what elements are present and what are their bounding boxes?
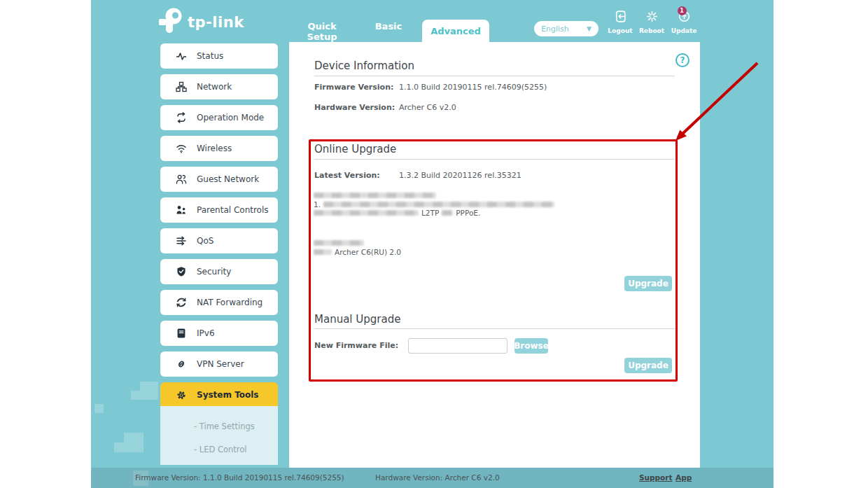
people-icon — [176, 174, 187, 185]
footer-support-link[interactable]: Support — [639, 473, 672, 482]
sidebar-item-label: System Tools — [197, 390, 259, 400]
chevron-down-icon: ▼ — [587, 25, 592, 32]
sidebar-item-label: Guest Network — [197, 174, 259, 184]
sidebar-item-label: Wireless — [197, 144, 232, 153]
sidebar-item-parental-controls[interactable]: Parental Controls — [160, 197, 278, 223]
decor-square — [124, 433, 144, 452]
update-label: Update — [671, 27, 697, 34]
sidebar-item-vpn-server[interactable]: VPN Server — [160, 351, 278, 377]
firmware-version-value: 1.1.0 Build 20190115 rel.74609(5255) — [399, 83, 547, 92]
sidebar-item-label: NAT Forwarding — [197, 298, 262, 307]
update-button[interactable]: 1 Update — [668, 10, 700, 34]
online-upgrade-title: Online Upgrade — [314, 143, 396, 155]
reboot-icon — [645, 10, 659, 26]
new-firmware-file-label: New Firmware File: — [314, 341, 398, 350]
pulse-icon — [176, 50, 187, 62]
language-value: English — [541, 25, 569, 34]
hardware-version-label: Hardware Version: — [314, 103, 395, 112]
section-divider — [314, 328, 675, 329]
decor-square — [140, 382, 158, 400]
sidebar-item-label: Status — [197, 51, 223, 61]
logo-text: tp-link — [188, 14, 244, 31]
system-tools-submenu: - Time Settings - LED Control — [160, 406, 278, 465]
sidebar-item-label: Network — [197, 82, 232, 92]
sidebar-item-qos[interactable]: QoS — [160, 228, 278, 253]
wifi-icon — [176, 143, 187, 154]
chain-link-icon — [176, 358, 187, 370]
sidebar-item-label: QoS — [197, 236, 214, 246]
manual-upgrade-button[interactable]: Upgrade — [624, 358, 672, 373]
sidebar-item-label: Operation Mode — [197, 113, 264, 123]
sidebar-item-label: Security — [197, 267, 231, 277]
cycle-arrows-icon — [176, 112, 187, 123]
circular-arrows-icon — [176, 297, 187, 308]
submenu-item-time-settings[interactable]: - Time Settings — [194, 421, 255, 431]
release-note-redacted-line: 1. — [314, 200, 554, 208]
sidebar-item-network[interactable]: Network — [160, 74, 278, 99]
footer-firmware-version: Firmware Version: 1.1.0 Build 20190115 r… — [135, 473, 344, 482]
footer-hardware-version: Hardware Version: Archer C6 v2.0 — [375, 473, 500, 482]
shield-icon — [176, 266, 187, 277]
footer-bar: Firmware Version: 1.1.0 Build 20190115 r… — [91, 468, 774, 488]
release-note-redacted-line: L2TPPPPoE. — [314, 209, 480, 216]
firmware-file-input[interactable] — [408, 338, 507, 354]
sidebar-item-wireless[interactable]: Wireless — [160, 136, 278, 161]
browse-button[interactable]: Browse — [514, 338, 548, 354]
sidebar-item-status[interactable]: Status — [160, 43, 278, 69]
language-select[interactable]: English ▼ — [534, 21, 598, 36]
reboot-label: Reboot — [639, 27, 664, 34]
parent-child-icon — [176, 204, 187, 216]
network-nodes-icon — [176, 81, 187, 92]
reboot-button[interactable]: Reboot — [636, 10, 668, 34]
hardware-version-value: Archer C6 v2.0 — [399, 103, 456, 112]
decor-square — [114, 442, 124, 452]
device-information-title: Device Information — [314, 60, 414, 72]
router-admin-window: tp-link Quick Setup Basic Advanced Engli… — [91, 0, 774, 488]
sidebar-item-nat-forwarding[interactable]: NAT Forwarding — [160, 290, 278, 315]
release-note-model-line: Archer C6(RU) 2.0 — [314, 248, 401, 256]
section-divider — [314, 76, 675, 76]
sidebar-item-guest-network[interactable]: Guest Network — [160, 167, 278, 192]
release-note-redacted-line — [314, 191, 436, 199]
decor-square — [131, 391, 140, 400]
sidebar-item-ipv6[interactable]: IPv6 — [160, 321, 278, 346]
sidebar-item-system-tools[interactable]: System Tools — [160, 382, 278, 407]
online-upgrade-button[interactable]: Upgrade — [624, 276, 672, 291]
footer-app-link[interactable]: App — [676, 473, 692, 482]
logout-button[interactable]: Logout — [604, 10, 636, 34]
logout-icon — [614, 10, 627, 26]
tp-link-logo-icon — [158, 7, 182, 38]
update-badge: 1 — [678, 6, 687, 15]
update-icon: 1 — [678, 10, 691, 26]
sidebar-item-security[interactable]: Security — [160, 259, 278, 284]
tp-link-logo: tp-link — [158, 7, 244, 38]
sidebar-item-operation-mode[interactable]: Operation Mode — [160, 105, 278, 130]
priority-lines-icon — [176, 235, 187, 246]
submenu-item-led-control[interactable]: - LED Control — [194, 445, 247, 454]
logout-label: Logout — [608, 27, 632, 34]
document-icon — [176, 328, 187, 339]
manual-upgrade-title: Manual Upgrade — [314, 313, 400, 326]
sidebar-nav: Status Network Operation Mode Wireless G… — [160, 43, 278, 407]
firmware-version-label: Firmware Version: — [314, 83, 393, 92]
section-divider — [314, 159, 675, 160]
tab-basic[interactable]: Basic — [367, 21, 410, 32]
sidebar-item-label: IPv6 — [197, 328, 215, 338]
main-content-panel: ? Device Information Firmware Version: 1… — [289, 42, 700, 468]
sidebar-item-label: VPN Server — [197, 359, 244, 369]
latest-version-value: 1.3.2 Build 20201126 rel.35321 — [399, 171, 522, 180]
tab-advanced[interactable]: Advanced — [422, 20, 489, 42]
release-note-redacted-line — [314, 239, 364, 246]
gear-icon — [176, 389, 187, 400]
latest-version-label: Latest Version: — [314, 171, 380, 180]
sidebar-item-label: Parental Controls — [197, 205, 269, 215]
tab-quick-setup[interactable]: Quick Setup — [294, 21, 350, 42]
decor-square — [94, 404, 104, 413]
help-icon[interactable]: ? — [676, 53, 690, 67]
